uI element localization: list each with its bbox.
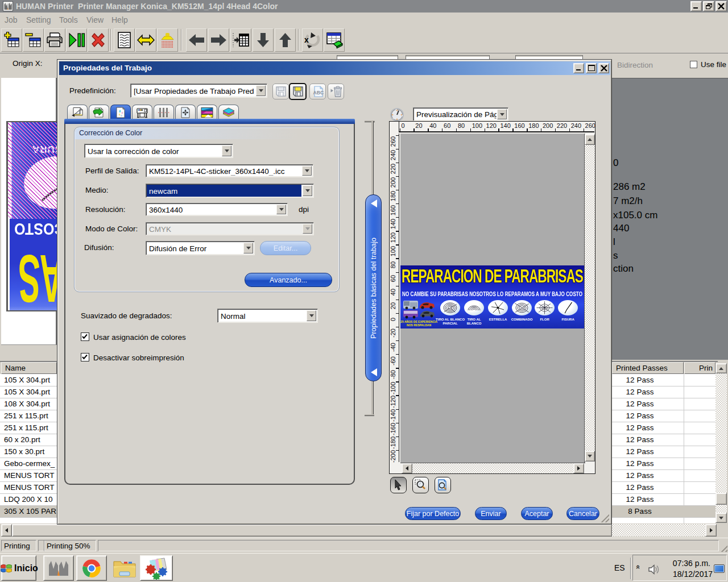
accept-button[interactable]: Aceptar	[521, 507, 553, 520]
dialog-resize-grip[interactable]	[599, 513, 609, 522]
arrow-down-button[interactable]	[253, 28, 274, 52]
fit-page-tool-button[interactable]	[435, 477, 451, 493]
taskbar-app-chrome[interactable]	[76, 555, 107, 581]
menu-setting[interactable]: Setting	[26, 15, 51, 24]
pointer-tool-button[interactable]	[390, 477, 407, 493]
output-profile-combo[interactable]: KM512-14PL-4C-sticker_360x1440_.icc	[146, 164, 313, 177]
advanced-button[interactable]: Avanzado...	[245, 273, 332, 287]
smoothing-dropdown[interactable]	[307, 310, 316, 321]
delete-preset-button[interactable]	[328, 84, 344, 99]
diffusion-dropdown[interactable]	[243, 243, 253, 253]
tab-printer[interactable]	[132, 105, 152, 119]
close-button[interactable]	[715, 1, 727, 11]
tab-export[interactable]	[89, 105, 109, 119]
preview-scroll-down-button[interactable]	[585, 451, 595, 462]
preview-scroll-left-button[interactable]	[402, 463, 412, 473]
minimize-button[interactable]	[690, 1, 702, 11]
set-default-button[interactable]: Fijar por Defecto	[405, 507, 461, 520]
menu-tools[interactable]: Tools	[59, 15, 78, 24]
table-horizontal-scrollbar[interactable]	[0, 524, 718, 537]
start-pause-button[interactable]	[66, 28, 87, 52]
table-vertical-scrollbar[interactable]	[715, 362, 727, 523]
tab-media[interactable]	[154, 105, 174, 119]
column-header-name[interactable]: Name	[1, 362, 57, 374]
save-preset-button[interactable]	[272, 84, 289, 99]
tray-date[interactable]: 18/12/2017	[673, 569, 713, 579]
column-header-printed-passes[interactable]: Printed Passes	[612, 362, 684, 374]
show-desktop-icon[interactable]	[714, 564, 725, 573]
color-mode-combo[interactable]: CMYK	[146, 222, 314, 235]
menu-job[interactable]: Job	[5, 15, 18, 24]
zoom-tool-button[interactable]	[412, 477, 429, 493]
preview-horizontal-scrollbar[interactable]	[400, 463, 585, 473]
horizontal-scroll-thumb[interactable]	[12, 524, 612, 537]
basic-properties-vertical-tab[interactable]: Propiedades básicas del trabajo	[365, 194, 382, 381]
abort-button[interactable]	[88, 28, 109, 52]
clear-table-button[interactable]	[324, 28, 345, 52]
preview-page[interactable]: REPARACION DE PARABRISAS NO CAMBIE SU PA…	[400, 134, 585, 463]
cancel-button[interactable]: Cancelar	[566, 507, 599, 520]
tab-calibration[interactable]	[197, 105, 217, 119]
tab-color[interactable]	[110, 105, 131, 119]
tab-layers[interactable]	[218, 105, 239, 119]
overprint-checkbox[interactable]	[81, 353, 89, 361]
rename-preset-button[interactable]: ABC	[309, 84, 326, 99]
menu-help[interactable]: Help	[111, 15, 128, 24]
dialog-close-button[interactable]	[598, 63, 609, 73]
predefinition-dropdown-button[interactable]	[256, 85, 266, 96]
color-mapping-checkbox[interactable]	[81, 332, 89, 341]
smoothing-combo[interactable]: Normal	[217, 309, 318, 323]
dialog-minimize-button[interactable]	[573, 63, 584, 73]
taskbar-app-folder[interactable]	[111, 555, 138, 581]
add-job-button[interactable]	[1, 28, 22, 52]
scroll-up-button[interactable]	[715, 363, 727, 373]
arrow-up-button[interactable]	[275, 28, 296, 52]
color-correction-dropdown[interactable]	[222, 146, 231, 156]
use-file-box[interactable]	[690, 61, 697, 68]
column-header-print[interactable]: Prin	[684, 362, 715, 374]
resize-grip[interactable]	[719, 543, 727, 552]
preview-scroll-right-button[interactable]	[573, 463, 584, 473]
dialog-maximize-button[interactable]	[586, 63, 597, 73]
arrow-left-button[interactable]	[186, 28, 207, 52]
language-indicator[interactable]: ES	[614, 563, 625, 572]
resolution-dropdown[interactable]	[276, 205, 286, 214]
save-preset-as-button[interactable]	[289, 83, 307, 100]
reset-button[interactable]: x	[302, 28, 323, 52]
tab-layout[interactable]	[175, 105, 196, 119]
scroll-left-button[interactable]	[1, 524, 12, 537]
preview-mode-dropdown[interactable]	[497, 109, 507, 119]
taskbar-app-mm[interactable]	[43, 555, 74, 581]
scroll-down-button[interactable]	[715, 513, 727, 523]
taskbar-app-printer-manager[interactable]	[140, 555, 173, 581]
predefinition-combo[interactable]: [Usar Propiedades de Trabajo Predef	[130, 84, 267, 98]
color-mode-dropdown[interactable]	[303, 224, 312, 234]
scroll-right-button[interactable]	[705, 524, 717, 537]
vertical-scroll-thumb[interactable]	[715, 493, 727, 505]
print-button[interactable]	[44, 28, 65, 52]
diffusion-combo[interactable]: Difusión de Error	[146, 241, 255, 255]
insert-table-button[interactable]	[230, 28, 251, 52]
send-button[interactable]: Enviar	[475, 507, 507, 520]
preview-scroll-up-button[interactable]	[585, 134, 595, 145]
media-combo[interactable]: newcam	[146, 184, 314, 198]
job-thumbnail[interactable]: SURA COSTO AS	[6, 121, 57, 311]
start-button[interactable]: Inicio	[1, 555, 36, 581]
dialog-titlebar[interactable]: Propiedades del Trabajo	[59, 61, 610, 75]
tray-time[interactable]: 07:36 p.m.	[673, 559, 710, 568]
arrow-right-button[interactable]	[208, 28, 229, 52]
move-horizontal-button[interactable]	[135, 28, 156, 52]
preview-mode-combo[interactable]: Previsualización de Pág	[413, 107, 508, 121]
menu-view[interactable]: View	[86, 15, 104, 24]
preview-vertical-scrollbar[interactable]	[584, 134, 595, 463]
purge-spray-button[interactable]	[157, 28, 178, 52]
output-profile-dropdown[interactable]	[302, 166, 312, 176]
resolution-combo[interactable]: 360x1440	[146, 203, 288, 216]
tray-chevron-icon[interactable]: «	[634, 565, 643, 569]
edit-button[interactable]: Editar...	[260, 241, 311, 255]
color-correction-combo[interactable]: Usar la corrección de color	[84, 144, 233, 158]
volume-icon[interactable]	[647, 563, 660, 576]
tab-setup[interactable]	[67, 105, 88, 119]
media-dropdown[interactable]	[303, 185, 312, 196]
paper-feed-button[interactable]	[114, 28, 135, 52]
